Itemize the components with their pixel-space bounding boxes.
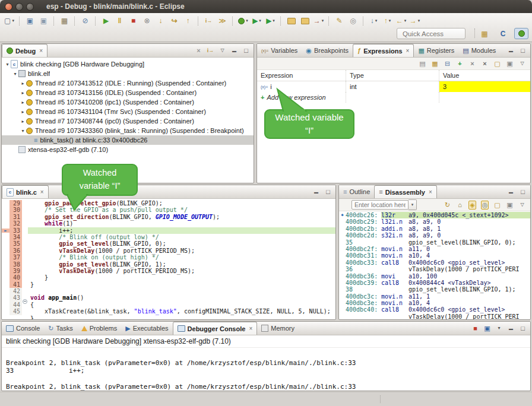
disassembly-line[interactable]: 400dbc2b:addi.na8, a8, 1 [339,226,530,232]
debug-perspective-button[interactable] [514,28,528,39]
maximize-button[interactable]: □ [519,188,527,196]
column-header-expression[interactable]: Expression [257,70,346,81]
code-line[interactable]: 43void app_main() [2,294,335,301]
open-file-button[interactable] [298,15,312,27]
disassembly-line[interactable]: 400dbc3e:movi.na10, 4 [339,300,530,306]
disconnect-button[interactable]: ⊗ [140,15,154,27]
debug-tree-item[interactable]: ▸Thread #5 1073410208 (ipc1) (Suspended … [2,97,254,107]
sync-selection-button[interactable]: ◈ [468,201,476,210]
disassembly-line[interactable]: 35gpio_set_level(BLINK_GPIO, 0); [339,239,530,246]
instruction-stepping-button[interactable]: i→ [202,15,216,27]
minimize-button[interactable]: ▬ [507,188,515,196]
skip-all-breakpoints-button[interactable]: ⊘ [78,15,92,27]
code-line[interactable]: 40 } [2,274,335,281]
terminate-console-button[interactable]: ■ [471,324,479,333]
maximize-button[interactable]: □ [519,324,527,333]
tab-debugger-console[interactable]: Debugger Console× [173,322,258,335]
track-expression-button[interactable]: ◎ [481,201,489,210]
resume-button[interactable]: ▶ [99,15,113,27]
location-dropdown-icon[interactable]: ▾ [408,199,417,210]
disassembly-line[interactable]: 400dbc2f:movi.na11, 0 [339,246,530,252]
tab-variables[interactable]: (x)=Variables [257,44,302,57]
step-over-button[interactable]: ↪ [167,15,181,27]
column-header-value[interactable]: Value [439,70,530,81]
save-button[interactable]: ▣ [23,15,37,27]
go-to-next-annotation-button[interactable]: ↑▾ [381,15,394,27]
save-all-button[interactable]: ▣ [37,15,50,27]
new-launch-config-button[interactable]: →▾ [312,15,325,27]
close-icon[interactable]: × [39,47,43,54]
expander-icon[interactable]: ▾ [12,71,18,77]
terminate-button[interactable]: ■ [126,15,140,27]
quick-access-button[interactable]: Quick Access [397,28,466,39]
home-button[interactable]: ⌂ [456,201,464,210]
minimize-button[interactable]: ▬ [507,46,515,55]
build-button[interactable]: ▦ [58,15,71,27]
console-output[interactable]: Breakpoint 2, blink_task (pvParameter=0x… [2,354,530,391]
remove-all-expressions-button[interactable]: × [481,59,489,68]
disassembly-line[interactable]: 400dbc33:call80x400dc6c0 <gpio_set_level… [339,259,530,266]
code-editor[interactable]: 29 gpio_pad_select_gpio(BLINK_GPIO);30 /… [2,199,335,320]
code-line[interactable]: ►33 i++; [2,227,335,234]
tab-blink-c[interactable]: cblink.c× [2,185,49,198]
external-tools-button[interactable]: ▶▾ [264,15,277,27]
show-logical-structures-button[interactable]: ▦ [431,59,439,68]
expander-icon[interactable]: ▾ [4,62,11,67]
code-line[interactable]: } [2,315,335,320]
tab-breakpoints[interactable]: ◉Breakpoints [302,44,353,57]
tab-expressions[interactable]: ƒExpressions× [353,44,414,57]
debug-tree-item[interactable]: ▸Thread #7 1073408744 (ipc0) (Suspended … [2,116,254,126]
minimize-button[interactable]: ▬ [312,188,320,196]
pin-view-button[interactable]: ▣ [506,59,514,68]
tab-outline[interactable]: ≡Outline [339,185,374,198]
instruction-stepping-mode-button[interactable]: i→ [207,46,214,55]
debug-tree-item[interactable]: ▸Thread #6 1073431104 (Tmr Svc) (Suspend… [2,107,254,116]
collapse-all-button[interactable]: ⊟ [444,59,451,68]
display-selected-console-button[interactable]: ▣ [483,324,491,333]
debug-tree-item[interactable]: ▾Thread #9 1073433360 (blink_task : Runn… [2,126,254,135]
refresh-button[interactable]: ↻ [444,201,451,210]
code-line[interactable]: 29 gpio_pad_select_gpio(BLINK_GPIO); [2,200,335,207]
disassembly-line[interactable]: 400dbc40:call80x400dc6c0 <gpio_set_level… [339,306,530,313]
code-line[interactable]: 38 gpio_set_level(BLINK_GPIO, 1); [2,261,335,268]
code-line[interactable]: 30 /* Set the GPIO as a push/pull output… [2,207,335,213]
new-view-button[interactable]: ▢ [493,59,501,68]
disassembly-line[interactable]: vTaskDelay(1000 / portTICK_PERI [339,313,530,320]
code-line[interactable]: 35 gpio_set_level(BLINK_GPIO, 0); [2,240,335,247]
window-close-button[interactable] [5,3,12,11]
remove-all-terminated-button[interactable]: × [195,46,202,55]
view-menu-button[interactable]: ▽ [518,59,526,68]
code-line[interactable]: 31 gpio_set_direction(BLINK_GPIO, GPIO_M… [2,214,335,220]
debug-tree-item[interactable]: ▸Thread #2 1073413512 (IDLE : Running) (… [2,78,254,88]
disassembly-line[interactable]: 400dbc2d:s32i.na8, a9, 0 [339,232,530,239]
minimize-button[interactable]: ▬ [507,324,515,333]
pin-view-button[interactable]: ▣ [506,201,514,210]
remove-selected-expressions-button[interactable]: × [468,59,476,68]
debug-tree-item[interactable]: ▾cblink checking [GDB Hardware Debugging… [2,59,254,69]
cpp-perspective-button[interactable]: C [496,28,510,39]
disassembly-line[interactable]: 400dbc3c:movi.na11, 1 [339,293,530,300]
code-line[interactable]: 44{ [2,302,335,308]
expander-icon[interactable]: ▸ [20,119,26,124]
show-type-names-button[interactable]: ▤ [419,59,426,68]
tab-memory[interactable]: Memory [257,322,299,335]
tab-modules[interactable]: ▤Modules [458,44,500,57]
format-button[interactable]: ✎ [332,15,346,27]
close-icon[interactable]: × [406,47,410,54]
use-step-filters-button[interactable]: ≫ [216,15,229,27]
disassembly-line[interactable]: 38gpio_set_level(BLINK_GPIO, 1); [339,286,530,293]
new-view-button[interactable]: ▢ [493,201,501,210]
code-line[interactable]: 45 xTaskCreate(&blink_task, "blink_task"… [2,308,335,315]
disassembly-line[interactable]: 400dbc29:l32i.na8, a9, 0 [339,218,530,225]
window-minimize-button[interactable] [15,3,23,11]
run-button[interactable]: ▶▾ [250,15,264,27]
open-project-button[interactable] [284,15,298,27]
code-line[interactable]: 34 /* Blink off (output low) */ [2,234,335,240]
debug-tree-item[interactable]: xtensa-esp32-elf-gdb (7.10) [2,145,254,154]
column-header-type[interactable]: Type [346,70,439,81]
tab-problems[interactable]: Problems [77,322,121,335]
code-line[interactable]: 41} [2,281,335,288]
debug-tree-item[interactable]: ≡blink_task() at blink.c:33 0x400dbc26 [2,135,254,145]
disassembly-line[interactable]: ◆400dbc26:l32ra9, 0x400d045c <_stext+109… [339,212,530,218]
tab-tasks[interactable]: ↻Tasks [44,322,77,335]
